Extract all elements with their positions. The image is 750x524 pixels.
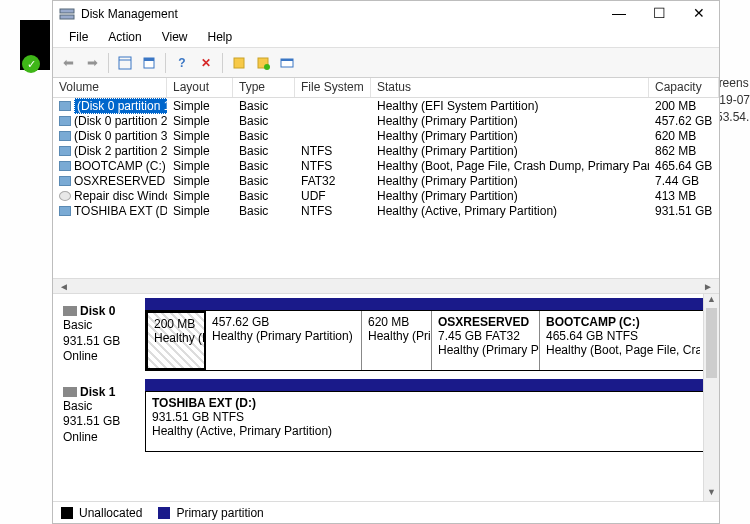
drive-icon xyxy=(59,206,71,216)
volume-row[interactable]: (Disk 0 partition 1)SimpleBasicHealthy (… xyxy=(53,98,719,113)
action3-button[interactable] xyxy=(276,52,298,74)
scroll-down-icon[interactable]: ▼ xyxy=(704,487,719,501)
volume-fs: NTFS xyxy=(295,144,371,158)
partition-size: 457.62 GB xyxy=(212,315,355,329)
volume-fs: NTFS xyxy=(295,204,371,218)
action2-button[interactable] xyxy=(252,52,274,74)
action1-button[interactable] xyxy=(228,52,250,74)
scroll-thumb[interactable] xyxy=(706,308,717,378)
menu-action[interactable]: Action xyxy=(98,28,151,46)
svg-rect-5 xyxy=(144,58,154,61)
volume-layout: Simple xyxy=(167,189,233,203)
volume-name: (Disk 2 partition 2) xyxy=(74,144,167,158)
drive-icon xyxy=(59,101,71,111)
volume-status: Healthy (Primary Partition) xyxy=(371,144,649,158)
disk-size: 931.51 GB xyxy=(63,334,141,350)
volume-layout: Simple xyxy=(167,204,233,218)
volume-row[interactable]: (Disk 0 partition 3)SimpleBasicHealthy (… xyxy=(53,128,719,143)
graphical-view: Disk 0Basic931.51 GBOnline200 MBHealthy … xyxy=(53,294,719,501)
refresh-button[interactable] xyxy=(114,52,136,74)
partition[interactable]: TOSHIBA EXT (D:)931.51 GB NTFSHealthy (A… xyxy=(146,392,700,451)
volume-capacity: 465.64 GB xyxy=(649,159,719,173)
disk-label[interactable]: Disk 0Basic931.51 GBOnline xyxy=(59,298,145,371)
menubar: File Action View Help xyxy=(53,26,719,48)
volume-row[interactable]: TOSHIBA EXT (D:)SimpleBasicNTFSHealthy (… xyxy=(53,203,719,218)
volume-type: Basic xyxy=(233,144,295,158)
disk-type: Basic xyxy=(63,399,141,415)
legend: Unallocated Primary partition xyxy=(53,501,719,523)
partition-container: TOSHIBA EXT (D:)931.51 GB NTFSHealthy (A… xyxy=(145,391,713,452)
col-type[interactable]: Type xyxy=(233,78,295,97)
drive-icon xyxy=(59,146,71,156)
vertical-scrollbar[interactable]: ▲ ▼ xyxy=(703,294,719,501)
volume-name: (Disk 0 partition 1) xyxy=(74,98,167,114)
volume-name: (Disk 0 partition 2) xyxy=(74,114,167,128)
list-header: Volume Layout Type File System Status Ca… xyxy=(53,78,719,98)
disk-stripe xyxy=(145,379,713,391)
disk-label[interactable]: Disk 1Basic931.51 GBOnline xyxy=(59,379,145,452)
col-layout[interactable]: Layout xyxy=(167,78,233,97)
scroll-left-icon[interactable]: ◄ xyxy=(55,281,73,292)
scroll-right-icon[interactable]: ► xyxy=(699,281,717,292)
delete-button[interactable]: ✕ xyxy=(195,52,217,74)
volume-row[interactable]: Repair disc Windo...SimpleBasicUDFHealth… xyxy=(53,188,719,203)
disk-type: Basic xyxy=(63,318,141,334)
partition-status: Healthy (E xyxy=(154,331,198,345)
close-button[interactable]: ✕ xyxy=(679,1,719,26)
minimize-button[interactable]: — xyxy=(599,1,639,26)
partition[interactable]: OSXRESERVED7.45 GB FAT32Healthy (Primary… xyxy=(432,311,540,370)
disk-row: Disk 0Basic931.51 GBOnline200 MBHealthy … xyxy=(59,298,713,371)
volume-row[interactable]: (Disk 2 partition 2)SimpleBasicNTFSHealt… xyxy=(53,143,719,158)
partition-title: TOSHIBA EXT (D:) xyxy=(152,396,694,410)
disk-name: Disk 1 xyxy=(63,385,141,399)
volume-type: Basic xyxy=(233,129,295,143)
disk-state: Online xyxy=(63,349,141,365)
menu-view[interactable]: View xyxy=(152,28,198,46)
menu-help[interactable]: Help xyxy=(198,28,243,46)
partition[interactable]: 620 MBHealthy (Prin xyxy=(362,311,432,370)
volume-list: Volume Layout Type File System Status Ca… xyxy=(53,78,719,278)
titlebar[interactable]: Disk Management — ☐ ✕ xyxy=(53,1,719,26)
volume-capacity: 200 MB xyxy=(649,99,719,113)
help-button[interactable]: ? xyxy=(171,52,193,74)
unallocated-swatch xyxy=(61,507,73,519)
partition[interactable]: BOOTCAMP (C:)465.64 GB NTFSHealthy (Boot… xyxy=(540,311,700,370)
volume-fs: UDF xyxy=(295,189,371,203)
legend-primary: Primary partition xyxy=(176,506,263,520)
partition-size: 931.51 GB NTFS xyxy=(152,410,694,424)
maximize-button[interactable]: ☐ xyxy=(639,1,679,26)
volume-capacity: 620 MB xyxy=(649,129,719,143)
volume-type: Basic xyxy=(233,99,295,113)
volume-fs: FAT32 xyxy=(295,174,371,188)
disk-stripe xyxy=(145,298,713,310)
volume-layout: Simple xyxy=(167,99,233,113)
volume-type: Basic xyxy=(233,174,295,188)
col-volume[interactable]: Volume xyxy=(53,78,167,97)
volume-row[interactable]: (Disk 0 partition 2)SimpleBasicHealthy (… xyxy=(53,113,719,128)
volume-name: BOOTCAMP (C:) xyxy=(74,159,166,173)
partition-status: Healthy (Boot, Page File, Crash xyxy=(546,343,694,357)
volume-capacity: 862 MB xyxy=(649,144,719,158)
partition-size: 465.64 GB NTFS xyxy=(546,329,694,343)
partition[interactable]: 200 MBHealthy (E xyxy=(146,311,206,370)
menu-file[interactable]: File xyxy=(59,28,98,46)
volume-row[interactable]: BOOTCAMP (C:)SimpleBasicNTFSHealthy (Boo… xyxy=(53,158,719,173)
volume-capacity: 931.51 GB xyxy=(649,204,719,218)
properties-button[interactable] xyxy=(138,52,160,74)
window-title: Disk Management xyxy=(81,7,599,21)
col-filesystem[interactable]: File System xyxy=(295,78,371,97)
svg-rect-0 xyxy=(60,9,74,13)
horizontal-scrollbar[interactable]: ◄ ► xyxy=(53,278,719,294)
volume-row[interactable]: OSXRESERVEDSimpleBasicFAT32Healthy (Prim… xyxy=(53,173,719,188)
volume-status: Healthy (Primary Partition) xyxy=(371,189,649,203)
col-capacity[interactable]: Capacity xyxy=(649,78,719,97)
partition-container: 200 MBHealthy (E457.62 GBHealthy (Primar… xyxy=(145,310,713,371)
col-status[interactable]: Status xyxy=(371,78,649,97)
drive-icon xyxy=(59,116,71,126)
drive-icon xyxy=(59,161,71,171)
partition[interactable]: 457.62 GBHealthy (Primary Partition) xyxy=(206,311,362,370)
primary-swatch xyxy=(158,507,170,519)
back-button[interactable]: ⬅ xyxy=(57,52,79,74)
forward-button[interactable]: ➡ xyxy=(81,52,103,74)
scroll-up-icon[interactable]: ▲ xyxy=(704,294,719,308)
